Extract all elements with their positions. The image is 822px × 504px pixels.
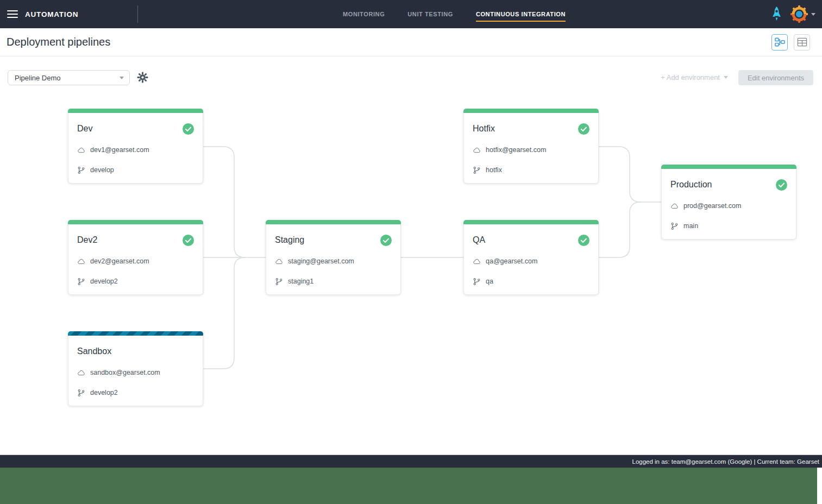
git-branch-icon — [473, 166, 481, 174]
env-branch: staging1 — [288, 278, 313, 285]
page-header: Deployment pipelines — [0, 28, 822, 56]
view-toggles — [771, 34, 810, 51]
git-branch-icon — [473, 278, 481, 286]
env-org: sandbox@gearset.com — [90, 369, 160, 376]
env-status-bar — [266, 220, 401, 224]
env-org: staging@gearset.com — [288, 257, 354, 265]
check-circle-icon — [183, 123, 194, 135]
tab-unit-testing[interactable]: UNIT TESTING — [407, 8, 453, 21]
env-name: Sandbox — [77, 346, 111, 356]
tab-continuous-integration[interactable]: CONTINUOUS INTEGRATION — [476, 8, 566, 21]
env-name: Dev2 — [77, 235, 97, 245]
check-circle-icon — [776, 179, 787, 191]
app-brand: AUTOMATION — [25, 10, 78, 18]
env-org: prod@gearset.com — [683, 202, 742, 210]
chevron-down-icon — [120, 77, 124, 79]
env-branch: qa — [486, 278, 493, 285]
env-card-staging[interactable]: Staging staging@gearset.com staging1 — [266, 220, 401, 295]
add-environment-label: + Add environment — [661, 73, 720, 81]
cloud-icon — [77, 369, 85, 377]
pipeline-canvas: Dev dev1@gearset.com develop Dev2 dev2@g… — [0, 92, 822, 455]
env-status-bar — [463, 109, 599, 113]
env-org: hotfix@gearset.com — [486, 146, 546, 154]
env-name: Hotfix — [473, 124, 495, 134]
pipeline-select-value: Pipeline Demo — [15, 74, 61, 82]
page-title: Deployment pipelines — [7, 36, 110, 48]
account-menu[interactable] — [790, 5, 815, 23]
pipeline-toolbar: Pipeline Demo + Add environment Edit env… — [0, 56, 822, 92]
env-card-dev[interactable]: Dev dev1@gearset.com develop — [68, 109, 203, 184]
env-name: QA — [473, 235, 485, 245]
menu-icon[interactable] — [7, 10, 18, 18]
cloud-icon — [473, 257, 481, 266]
status-bar: Logged in as: team@gearset.com (Google) … — [0, 455, 822, 468]
check-circle-icon — [183, 235, 194, 246]
env-branch: hotfix — [486, 166, 502, 174]
table-view-icon[interactable] — [794, 34, 810, 51]
gear-icon[interactable] — [137, 72, 148, 83]
top-navbar: AUTOMATION MONITORING UNIT TESTING CONTI… — [0, 0, 822, 28]
env-branch: develop — [90, 166, 114, 174]
env-org: dev1@gearset.com — [90, 146, 149, 154]
check-circle-icon — [578, 123, 589, 135]
env-org: qa@gearset.com — [486, 257, 537, 265]
env-branch: develop2 — [90, 278, 118, 285]
cloud-icon — [77, 146, 85, 154]
env-branch: develop2 — [90, 389, 118, 396]
git-branch-icon — [670, 222, 679, 230]
cloud-icon — [473, 146, 481, 154]
pipeline-select[interactable]: Pipeline Demo — [8, 70, 130, 85]
env-status-bar-striped — [68, 331, 203, 336]
env-status-bar — [68, 109, 203, 113]
env-name: Production — [670, 180, 712, 190]
env-org: dev2@gearset.com — [90, 257, 149, 265]
git-branch-icon — [77, 389, 85, 397]
env-status-bar — [463, 220, 599, 224]
rocket-icon[interactable] — [771, 6, 782, 22]
cloud-icon — [275, 257, 283, 266]
nav-right-actions — [771, 0, 815, 28]
env-status-bar — [68, 220, 203, 224]
nav-divider — [137, 5, 138, 23]
env-name: Staging — [275, 235, 304, 245]
env-name: Dev — [77, 124, 92, 134]
env-card-hotfix[interactable]: Hotfix hotfix@gearset.com hotfix — [463, 109, 599, 184]
env-card-production[interactable]: Production prod@gearset.com main — [661, 165, 796, 240]
env-card-sandbox[interactable]: Sandbox sandbox@gearset.com develop2 — [68, 331, 203, 406]
git-branch-icon — [77, 166, 85, 174]
logged-in-status: Logged in as: team@gearset.com (Google) … — [632, 458, 820, 465]
cloud-icon — [670, 202, 679, 210]
add-environment-button[interactable]: + Add environment — [661, 73, 728, 81]
env-branch: main — [683, 222, 698, 230]
check-circle-icon — [578, 235, 589, 246]
footer-panel — [0, 468, 817, 504]
pipeline-view-icon[interactable] — [771, 34, 788, 51]
chevron-down-icon — [724, 76, 728, 79]
gearset-logo-icon — [790, 5, 808, 23]
cloud-icon — [77, 257, 85, 266]
env-card-qa[interactable]: QA qa@gearset.com qa — [463, 220, 599, 295]
check-circle-icon — [380, 235, 392, 246]
nav-tabs: MONITORING UNIT TESTING CONTINUOUS INTEG… — [343, 0, 566, 28]
app-window: AUTOMATION MONITORING UNIT TESTING CONTI… — [0, 0, 822, 504]
tab-monitoring[interactable]: MONITORING — [343, 8, 385, 21]
git-branch-icon — [275, 278, 283, 286]
git-branch-icon — [77, 278, 85, 286]
env-card-dev2[interactable]: Dev2 dev2@gearset.com develop2 — [68, 220, 203, 295]
edit-environments-button[interactable]: Edit environments — [738, 70, 813, 85]
env-status-bar — [661, 165, 796, 169]
chevron-down-icon — [811, 13, 815, 16]
